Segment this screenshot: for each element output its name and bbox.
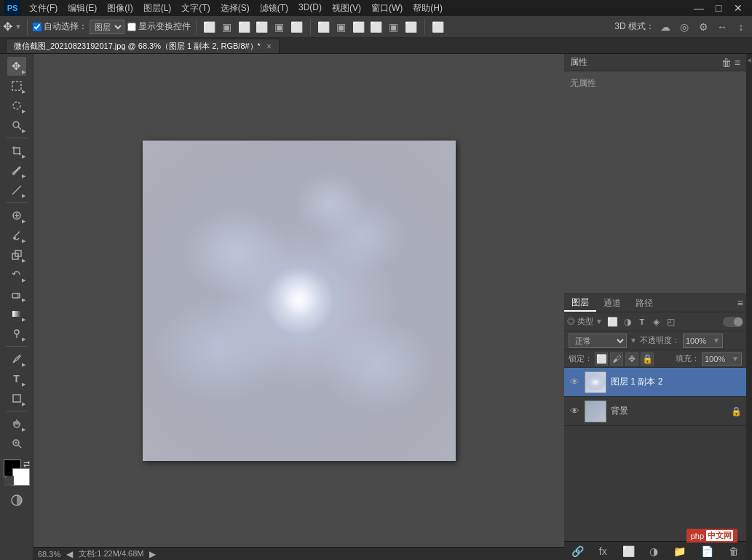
layer-item[interactable]: 👁 背景 🔒: [564, 397, 746, 426]
maximize-button[interactable]: □: [709, 0, 728, 16]
tool-dodge[interactable]: ▶: [7, 324, 26, 343]
tool-move[interactable]: ✥ ▶: [7, 57, 26, 76]
tab-channels[interactable]: 通道: [596, 294, 628, 312]
tool-hand[interactable]: ▶: [7, 414, 26, 433]
lock-transparent-icon[interactable]: ⬜: [595, 352, 608, 366]
tool-shape[interactable]: ▶: [7, 389, 26, 408]
3d-icon-1[interactable]: ☁: [657, 19, 673, 35]
blend-mode-select[interactable]: 正常 溶解 正片叠底: [569, 334, 627, 348]
new-adjustment-button[interactable]: ◑: [646, 544, 661, 559]
dist-center-icon[interactable]: ▣: [333, 19, 349, 35]
filter-arrow[interactable]: ▼: [595, 318, 603, 326]
align-left-icon[interactable]: ⬜: [202, 19, 218, 35]
tab-paths[interactable]: 路径: [628, 294, 660, 312]
align-top-icon[interactable]: ⬜: [254, 19, 270, 35]
tab-close-button[interactable]: ×: [266, 42, 272, 52]
dist-middle-icon[interactable]: ▣: [386, 19, 402, 35]
background-color[interactable]: [12, 468, 30, 486]
tool-quickselect[interactable]: ▶: [7, 116, 26, 135]
tool-brush[interactable]: ▶: [7, 226, 26, 245]
properties-trash-icon[interactable]: 🗑: [721, 57, 732, 68]
lock-all-icon[interactable]: 🔒: [641, 352, 654, 366]
menu-layer[interactable]: 图层(L): [139, 1, 176, 16]
tool-pen[interactable]: ▶: [7, 350, 26, 368]
menu-text[interactable]: 文字(T): [177, 1, 214, 16]
new-layer-button[interactable]: 📄: [698, 544, 716, 559]
tool-history-brush[interactable]: ▶: [7, 265, 26, 284]
tool-marquee[interactable]: ▶: [7, 76, 26, 95]
delete-layer-button[interactable]: 🗑: [726, 544, 742, 559]
status-arrow-left[interactable]: ◀: [66, 549, 73, 559]
filter-pixel-icon[interactable]: ⬜: [606, 315, 620, 328]
canvas-area[interactable]: [33, 54, 564, 547]
filter-toggle-switch[interactable]: [723, 317, 743, 327]
fill-input-wrapper[interactable]: 100% ▼: [702, 352, 742, 366]
menu-window[interactable]: 窗口(W): [367, 1, 407, 16]
tool-zoom[interactable]: [7, 434, 26, 453]
tool-quickmask[interactable]: [7, 491, 26, 510]
layer-select[interactable]: 图层 组: [90, 20, 124, 34]
show-transform-checkbox[interactable]: [127, 23, 136, 31]
tool-healing[interactable]: ▶: [7, 206, 26, 225]
dist-right-icon[interactable]: ⬜: [351, 19, 367, 35]
tool-crop[interactable]: ▶: [7, 141, 26, 160]
menu-filter[interactable]: 滤镜(T): [256, 1, 293, 16]
3d-icon-2[interactable]: ◎: [676, 19, 692, 35]
filter-text-icon[interactable]: T: [636, 315, 649, 328]
auto-select-checkbox[interactable]: [33, 23, 41, 31]
align-center-icon[interactable]: ▣: [219, 19, 235, 35]
3d-icon-5[interactable]: ↕: [733, 19, 749, 35]
move-tool-icon[interactable]: ✥: [3, 20, 12, 33]
tab-layers[interactable]: 图层: [564, 294, 596, 312]
menu-view[interactable]: 视图(V): [328, 1, 365, 16]
tool-measure[interactable]: ▶: [7, 181, 26, 200]
panel-collapse-handle[interactable]: ◀: [746, 54, 752, 560]
add-style-button[interactable]: fx: [596, 544, 610, 559]
menu-3d[interactable]: 3D(D): [294, 1, 326, 16]
3d-icon-4[interactable]: ↔: [714, 19, 730, 35]
add-mask-button[interactable]: ⬜: [620, 544, 638, 559]
3d-icon-3[interactable]: ⚙: [695, 19, 711, 35]
new-group-button[interactable]: 📁: [670, 544, 689, 559]
filter-shape-icon[interactable]: ◈: [650, 315, 663, 328]
color-swap-icon[interactable]: ⇄: [23, 460, 30, 469]
align-middle-icon[interactable]: ▣: [272, 19, 288, 35]
menu-file[interactable]: 文件(F): [25, 1, 62, 16]
tool-gradient[interactable]: ▶: [7, 304, 26, 323]
filter-smart-icon[interactable]: ◰: [665, 315, 678, 328]
layer-item[interactable]: 👁 图层 1 副本 2: [564, 368, 746, 397]
properties-menu-icon[interactable]: ≡: [735, 57, 740, 68]
link-layers-button[interactable]: 🔗: [569, 544, 587, 559]
svg-point-2: [13, 122, 19, 127]
align-right-icon[interactable]: ⬜: [237, 19, 253, 35]
close-button[interactable]: ✕: [729, 0, 748, 16]
tool-text[interactable]: T ▶: [7, 369, 26, 388]
lasso-icon: [11, 100, 23, 111]
layer-visibility-toggle[interactable]: 👁: [569, 376, 580, 388]
menu-image[interactable]: 图像(I): [103, 1, 137, 16]
dist-left-icon[interactable]: ⬜: [316, 19, 332, 35]
dist-bottom-icon[interactable]: ⬜: [403, 19, 419, 35]
menu-edit[interactable]: 编辑(E): [63, 1, 101, 16]
minimize-button[interactable]: —: [689, 0, 708, 16]
menu-select[interactable]: 选择(S): [216, 1, 254, 16]
arrange-icon[interactable]: ⬜: [430, 19, 446, 35]
layers-panel-menu-icon[interactable]: ≡: [737, 297, 743, 309]
dist-top-icon[interactable]: ⬜: [368, 19, 384, 35]
filter-adj-icon[interactable]: ◑: [621, 315, 634, 328]
tool-clone[interactable]: ▶: [7, 245, 26, 264]
align-bottom-icon[interactable]: ⬜: [289, 19, 305, 35]
tool-lasso[interactable]: ▶: [7, 96, 26, 115]
tool-eyedropper[interactable]: ▶: [7, 161, 26, 180]
auto-select-label: 自动选择：: [44, 20, 87, 33]
color-reset-icon[interactable]: ⬛: [4, 476, 15, 486]
opacity-input-wrapper[interactable]: 100% ▼: [683, 334, 723, 348]
filter-label: ◎ 类型: [567, 316, 593, 327]
menu-help[interactable]: 帮助(H): [408, 1, 447, 16]
lock-paint-icon[interactable]: 🖌: [610, 352, 623, 366]
document-tab[interactable]: 微信截图_20210823192017.jpg @ 68.3%（图层 1 副本 …: [6, 39, 280, 53]
tool-eraser[interactable]: ▶: [7, 285, 26, 304]
layer-visibility-toggle[interactable]: 👁: [569, 406, 580, 417]
status-arrow-right[interactable]: ▶: [149, 549, 156, 559]
lock-position-icon[interactable]: ✥: [625, 352, 638, 366]
